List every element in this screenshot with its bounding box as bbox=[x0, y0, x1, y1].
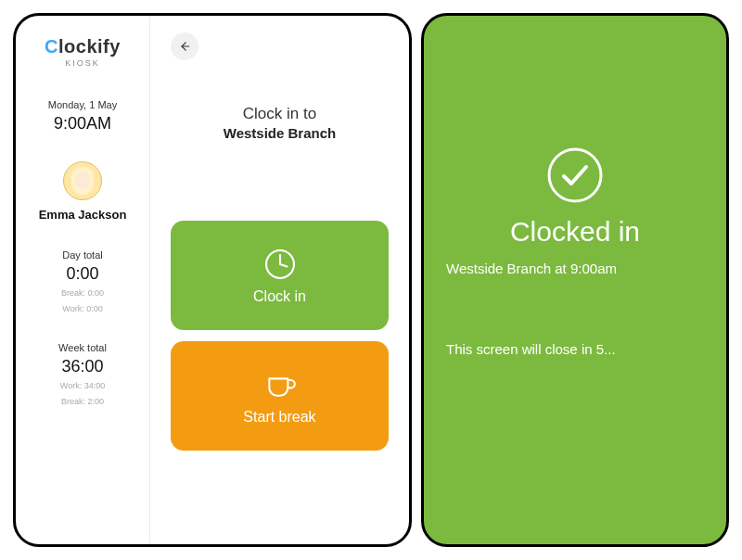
clock-icon bbox=[262, 246, 299, 283]
day-break: Break: 0:00 bbox=[16, 287, 149, 299]
week-total-label: Week total bbox=[16, 342, 149, 353]
day-total-value: 0:00 bbox=[16, 264, 149, 284]
current-date: Monday, 1 May bbox=[16, 99, 149, 110]
closing-message: This screen will close in 5... bbox=[446, 341, 704, 357]
week-total-block: Week total 36:00 Work: 34:00 Break: 2:00 bbox=[16, 342, 149, 407]
start-break-button[interactable]: Start break bbox=[171, 341, 389, 451]
kiosk-card: Clockify KIOSK Monday, 1 May 9:00AM Emma… bbox=[13, 13, 412, 547]
clockedin-title: Clocked in bbox=[446, 216, 704, 248]
clockin-location: Westside Branch bbox=[171, 125, 389, 141]
avatar bbox=[63, 161, 102, 200]
day-total-block: Day total 0:00 Break: 0:00 Work: 0:00 bbox=[16, 249, 149, 314]
main-panel: Clock in to Westside Branch Clock in Sta… bbox=[150, 16, 409, 544]
brand-logo: Clockify bbox=[16, 36, 149, 57]
checkmark-icon bbox=[545, 146, 605, 205]
day-work: Work: 0:00 bbox=[16, 303, 149, 315]
svg-line-3 bbox=[280, 264, 288, 267]
week-total-value: 36:00 bbox=[16, 357, 149, 376]
user-name: Emma Jackson bbox=[16, 208, 149, 222]
week-work: Work: 34:00 bbox=[16, 380, 149, 392]
clockedin-sub: Westside Branch at 9:00am bbox=[446, 261, 704, 276]
start-break-label: Start break bbox=[243, 409, 315, 426]
back-button[interactable] bbox=[171, 32, 198, 60]
clock-in-button[interactable]: Clock in bbox=[171, 221, 389, 330]
arrow-left-icon bbox=[178, 40, 191, 53]
clockin-title: Clock in to bbox=[171, 105, 389, 123]
brand-sub: KIOSK bbox=[16, 58, 149, 68]
svg-point-4 bbox=[549, 149, 601, 201]
week-break: Break: 2:00 bbox=[16, 396, 149, 408]
day-total-label: Day total bbox=[16, 249, 149, 261]
sidebar: Clockify KIOSK Monday, 1 May 9:00AM Emma… bbox=[16, 16, 150, 544]
clock-in-label: Clock in bbox=[253, 288, 306, 305]
brand-name-text: lockify bbox=[58, 36, 121, 57]
current-time: 9:00AM bbox=[16, 114, 149, 134]
confirmation-card: Clocked in Westside Branch at 9:00am Thi… bbox=[421, 13, 729, 547]
coffee-cup-icon bbox=[262, 366, 299, 403]
